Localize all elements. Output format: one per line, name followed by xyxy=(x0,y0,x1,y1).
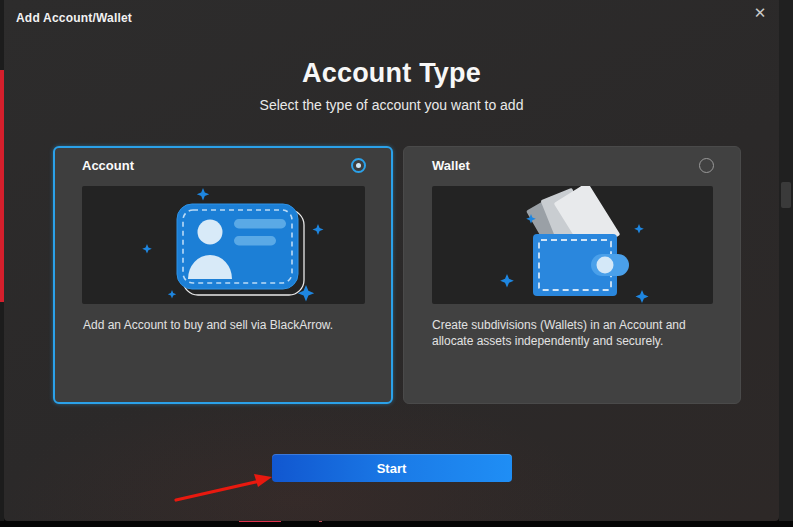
dialog-footer: Start xyxy=(4,454,779,482)
card-account-header: Account xyxy=(55,148,391,173)
background-scrollbar-thumb xyxy=(781,182,791,208)
account-type-cards: Account xyxy=(53,146,741,404)
card-wallet-title: Wallet xyxy=(432,158,470,173)
close-icon[interactable]: ✕ xyxy=(749,2,771,24)
card-wallet-description: Create subdivisions (Wallets) in an Acco… xyxy=(432,317,712,349)
background-right-edge xyxy=(779,0,793,527)
page-subtitle: Select the type of account you want to a… xyxy=(4,97,779,113)
card-account[interactable]: Account xyxy=(53,146,393,404)
dialog-title: Add Account/Wallet xyxy=(16,11,132,25)
card-account-description: Add an Account to buy and sell via Black… xyxy=(83,317,363,333)
card-wallet-header: Wallet xyxy=(404,147,740,173)
id-card-icon xyxy=(84,186,364,304)
card-wallet-illustration xyxy=(432,186,713,304)
add-account-wallet-dialog: Add Account/Wallet ✕ Account Type Select… xyxy=(4,0,779,521)
start-button[interactable]: Start xyxy=(272,454,512,482)
page-title: Account Type xyxy=(4,58,779,89)
radio-account-selected[interactable] xyxy=(351,158,366,173)
dialog-titlebar: Add Account/Wallet xyxy=(4,0,779,26)
wallet-icon xyxy=(433,186,713,304)
card-wallet[interactable]: Wallet xyxy=(403,146,741,404)
card-account-illustration xyxy=(82,186,365,304)
card-account-title: Account xyxy=(82,158,134,173)
background-bottom-edge xyxy=(0,521,793,527)
radio-wallet-unselected[interactable] xyxy=(699,158,714,173)
